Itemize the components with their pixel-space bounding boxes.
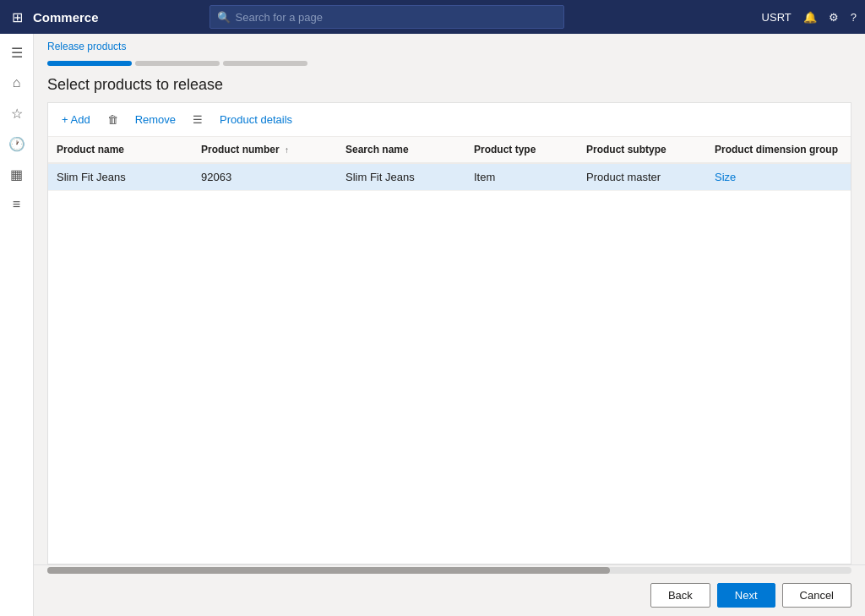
page-title: Select products to release [34, 76, 865, 102]
scroll-track [47, 567, 851, 574]
wizard-steps [34, 56, 865, 76]
main-content: Release products Select products to rele… [34, 34, 865, 616]
sidebar-grid-icon[interactable]: ▦ [3, 161, 30, 188]
bell-icon[interactable]: 🔔 [803, 11, 817, 24]
wizard-footer: Back Next Cancel [34, 575, 865, 616]
col-header-product-name: Product name [48, 137, 193, 163]
help-icon[interactable]: ? [851, 11, 857, 24]
gear-icon[interactable]: ⚙ [829, 11, 839, 24]
grid-menu-icon[interactable]: ⊞ [8, 6, 26, 29]
user-label: USRT [762, 11, 792, 24]
toolbar-icon-details: ☰ [193, 113, 203, 126]
scroll-thumb [47, 567, 610, 574]
cell-name: Slim Fit Jeans [48, 163, 193, 191]
wizard-step-3 [223, 61, 307, 66]
cell-type: Item [465, 163, 578, 191]
cell-number: 92063 [193, 163, 337, 191]
products-table: Product name Product number ↑ Search nam… [48, 137, 851, 191]
sidebar-list-icon[interactable]: ≡ [3, 191, 30, 218]
main-layout: ☰ ⌂ ☆ 🕐 ▦ ≡ Release products Select prod… [0, 34, 865, 616]
cell-dim[interactable]: Size [706, 163, 851, 191]
search-icon: 🔍 [217, 11, 231, 24]
wizard-step-1 [47, 61, 132, 66]
wizard-step-2 [135, 61, 220, 66]
col-header-product-number[interactable]: Product number ↑ [193, 137, 337, 163]
col-header-product-dim: Product dimension group [706, 137, 851, 163]
nav-right-actions: USRT 🔔 ⚙ ? [762, 11, 857, 24]
col-header-search-name: Search name [337, 137, 465, 163]
next-button[interactable]: Next [717, 583, 775, 608]
sidebar-home-icon[interactable]: ⌂ [3, 69, 30, 96]
table-toolbar: + Add 🗑 Remove ☰ Product details [48, 103, 851, 137]
table-header-row: Product name Product number ↑ Search nam… [48, 137, 851, 163]
col-header-product-type: Product type [465, 137, 578, 163]
products-table-container: Product name Product number ↑ Search nam… [48, 137, 851, 564]
cell-subtype: Product master [578, 163, 706, 191]
sidebar-star-icon[interactable]: ☆ [3, 100, 30, 127]
back-button[interactable]: Back [650, 583, 710, 608]
table-row[interactable]: Slim Fit Jeans92063Slim Fit JeansItemPro… [48, 163, 851, 191]
col-header-product-subtype: Product subtype [578, 137, 706, 163]
top-navigation: ⊞ Commerce 🔍 USRT 🔔 ⚙ ? [0, 0, 865, 34]
product-details-button[interactable]: Product details [216, 112, 296, 128]
breadcrumb: Release products [34, 34, 865, 56]
search-input[interactable] [236, 11, 557, 24]
remove-button[interactable]: Remove [132, 112, 179, 128]
cell-search: Slim Fit Jeans [337, 163, 465, 191]
add-button[interactable]: + Add [58, 112, 94, 128]
sidebar-hamburger-icon[interactable]: ☰ [3, 39, 30, 66]
toolbar-icon-remove: 🗑 [107, 113, 118, 126]
global-search[interactable]: 🔍 [209, 5, 564, 29]
app-title: Commerce [33, 10, 99, 25]
horizontal-scrollbar[interactable] [34, 564, 865, 575]
sidebar-clock-icon[interactable]: 🕐 [3, 130, 30, 157]
content-panel: + Add 🗑 Remove ☰ Product details [47, 102, 851, 564]
sort-arrow-number: ↑ [285, 145, 289, 155]
sidebar: ☰ ⌂ ☆ 🕐 ▦ ≡ [0, 34, 34, 616]
cancel-button[interactable]: Cancel [782, 583, 851, 608]
